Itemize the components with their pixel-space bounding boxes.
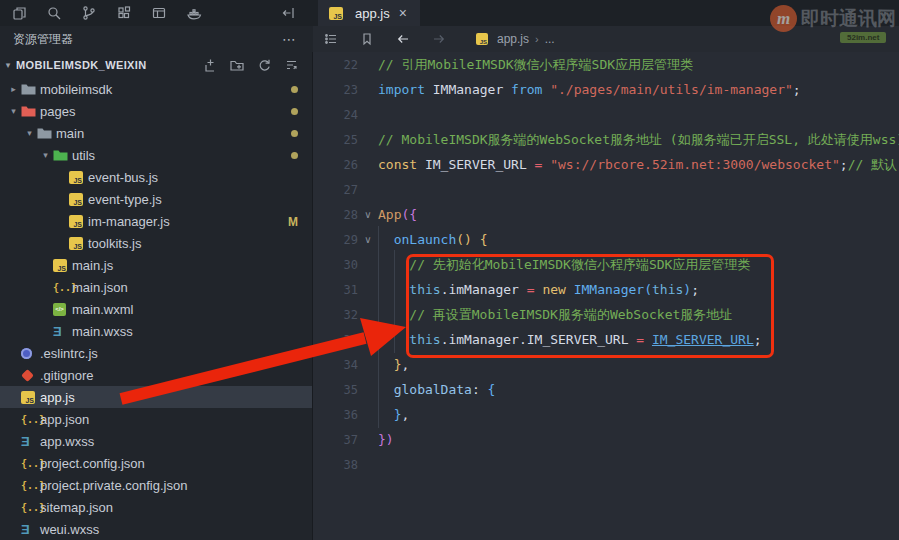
code-line-33[interactable]: 33 this.imManager.IM_SERVER_URL = IM_SER… <box>313 327 899 352</box>
indent-guide <box>394 326 395 353</box>
code-line-34[interactable]: 34 }, <box>313 352 899 377</box>
extensions-icon[interactable] <box>113 2 135 24</box>
eslint-icon <box>21 348 40 359</box>
code-text: App({ <box>378 207 417 222</box>
code-editor[interactable]: 22// 引用MobileIMSDK微信小程序端SDK应用层管理类23impor… <box>313 52 899 540</box>
indent-guide <box>378 401 379 428</box>
tree-item-event-type.js[interactable]: JSevent-type.js <box>0 188 312 210</box>
chevron-down-icon: ▾ <box>0 60 16 70</box>
tree-item-label: .eslintrc.js <box>40 346 98 361</box>
tree-item-label: event-bus.js <box>88 170 158 185</box>
tree-item-label: project.config.json <box>40 456 145 471</box>
line-number: 31 <box>313 283 358 297</box>
tree-item-app.wxss[interactable]: Ǝapp.wxss <box>0 430 312 452</box>
project-name: MOBILEIMSDK_WEIXIN <box>16 59 147 71</box>
fold-chevron-icon[interactable]: ∨ <box>358 209 378 220</box>
json-icon: {..} <box>21 480 40 491</box>
search-icon[interactable] <box>43 2 65 24</box>
tree-item-project.private.config.json[interactable]: {..}project.private.config.json <box>0 474 312 496</box>
indent-guide <box>378 351 379 378</box>
collapse-all-icon[interactable] <box>282 56 300 74</box>
tree-item-app.js[interactable]: JSapp.js <box>0 386 312 408</box>
project-root-row[interactable]: ▾ MOBILEIMSDK_WEIXIN <box>0 52 312 78</box>
chevron-down-icon[interactable]: ▾ <box>22 128 37 138</box>
breadcrumb-more[interactable]: ... <box>545 32 555 46</box>
tab-label: app.js <box>355 6 390 21</box>
chevron-down-icon[interactable]: ▾ <box>6 106 21 116</box>
breadcrumb: JS app.js › ... <box>476 32 555 46</box>
folder-gray-icon <box>21 83 40 95</box>
tab-strip: JS app.js × <box>313 0 899 26</box>
tree-item-main.js[interactable]: JSmain.js <box>0 254 312 276</box>
tree-item-event-bus.js[interactable]: JSevent-bus.js <box>0 166 312 188</box>
tree-item-.eslintrc.js[interactable]: .eslintrc.js <box>0 342 312 364</box>
tree-item-project.config.json[interactable]: {..}project.config.json <box>0 452 312 474</box>
back-arrow-icon[interactable] <box>392 28 414 50</box>
new-file-icon[interactable] <box>201 56 219 74</box>
code-line-36[interactable]: 36 }, <box>313 402 899 427</box>
code-line-27[interactable]: 27 <box>313 177 899 202</box>
js-icon: JS <box>476 33 491 45</box>
tree-item-main.wxss[interactable]: Ǝmain.wxss <box>0 320 312 342</box>
files-icon[interactable] <box>8 2 30 24</box>
forward-arrow-icon[interactable] <box>428 28 450 50</box>
status-dot-badge <box>291 108 298 115</box>
tree-item-label: main.wxml <box>72 302 133 317</box>
docker-icon[interactable] <box>183 2 205 24</box>
outline-icon[interactable] <box>320 28 342 50</box>
code-line-24[interactable]: 24 <box>313 102 899 127</box>
code-text: const IM_SERVER_URL = "ws://rbcore.52im.… <box>378 156 897 174</box>
code-line-32[interactable]: 32 // 再设置MobileIMSDK服务端的WebSocket服务地址 <box>313 302 899 327</box>
json-icon: {..} <box>53 282 72 293</box>
tree-item-weui.wxss[interactable]: Ǝweui.wxss <box>0 518 312 540</box>
line-number: 24 <box>313 108 358 122</box>
refresh-icon[interactable] <box>255 56 273 74</box>
code-line-29[interactable]: 29∨ onLaunch() { <box>313 227 899 252</box>
toggle-sidebar-icon[interactable] <box>277 2 299 24</box>
code-line-28[interactable]: 28∨App({ <box>313 202 899 227</box>
code-line-31[interactable]: 31 this.imManager = new IMManager(this); <box>313 277 899 302</box>
tree-item-main.wxml[interactable]: </>main.wxml <box>0 298 312 320</box>
code-line-37[interactable]: 37}) <box>313 427 899 452</box>
line-number: 32 <box>313 308 358 322</box>
code-line-26[interactable]: 26const IM_SERVER_URL = "ws://rbcore.52i… <box>313 152 899 177</box>
code-text: this.imManager = new IMManager(this); <box>378 282 699 297</box>
bookmark-icon[interactable] <box>356 28 378 50</box>
line-number: 23 <box>313 83 358 97</box>
breadcrumb-file[interactable]: app.js <box>497 32 529 46</box>
code-line-30[interactable]: 30 // 先初始化MobileIMSDK微信小程序端SDK应用层管理类 <box>313 252 899 277</box>
code-text: onLaunch() { <box>378 232 488 247</box>
more-actions-icon[interactable]: ⋯ <box>282 31 297 47</box>
code-line-23[interactable]: 23import IMManager from "./pages/main/ut… <box>313 77 899 102</box>
tree-item-utils[interactable]: ▾utils <box>0 144 312 166</box>
window-icon[interactable] <box>148 2 170 24</box>
line-number: 29 <box>313 233 358 247</box>
js-icon: JS <box>329 7 348 20</box>
tree-item-app.json[interactable]: {..}app.json <box>0 408 312 430</box>
fold-chevron-icon[interactable]: ∨ <box>358 234 378 245</box>
tree-item-mobileimsdk[interactable]: ▸mobileimsdk <box>0 78 312 100</box>
close-icon[interactable]: × <box>397 6 409 20</box>
tree-item-main[interactable]: ▾main <box>0 122 312 144</box>
tree-item-label: weui.wxss <box>40 522 99 537</box>
symbol-link[interactable]: IM_SERVER_URL <box>652 332 754 347</box>
code-line-25[interactable]: 25// MobileIMSDK服务端的WebSocket服务地址 (如服务端已… <box>313 127 899 152</box>
tree-item-.gitignore[interactable]: .gitignore <box>0 364 312 386</box>
chevron-right-icon[interactable]: ▸ <box>6 84 21 94</box>
source-control-icon[interactable] <box>78 2 100 24</box>
chevron-down-icon[interactable]: ▾ <box>38 150 53 160</box>
tree-item-pages[interactable]: ▾pages <box>0 100 312 122</box>
code-text: }, <box>378 357 409 372</box>
tree-item-main.json[interactable]: {..}main.json <box>0 276 312 298</box>
code-line-35[interactable]: 35 globalData: { <box>313 377 899 402</box>
code-line-38[interactable]: 38 <box>313 452 899 477</box>
tree-item-toolkits.js[interactable]: JStoolkits.js <box>0 232 312 254</box>
indent-guide <box>378 300 379 330</box>
tree-item-sitemap.json[interactable]: {..}sitemap.json <box>0 496 312 518</box>
code-line-22[interactable]: 22// 引用MobileIMSDK微信小程序端SDK应用层管理类 <box>313 52 899 77</box>
new-folder-icon[interactable] <box>228 56 246 74</box>
line-number: 33 <box>313 333 358 347</box>
tab-app-js[interactable]: JS app.js × <box>318 0 420 26</box>
tree-item-im-manager.js[interactable]: JSim-manager.jsM <box>0 210 312 232</box>
code-text: import IMManager from "./pages/main/util… <box>378 82 801 97</box>
